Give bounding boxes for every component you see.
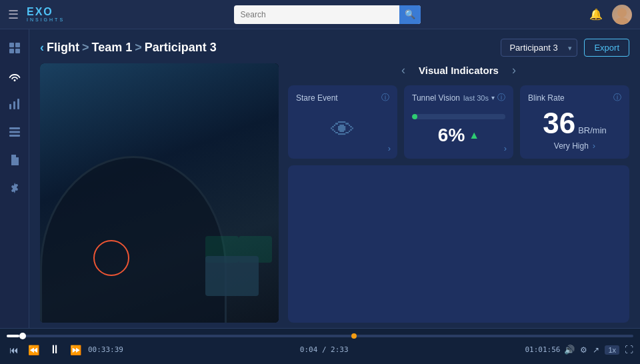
tunnel-info-icon[interactable]: ⓘ (497, 92, 505, 103)
logo-insights: INSIGHTS (27, 17, 65, 22)
svg-rect-9 (9, 127, 20, 129)
stare-info-icon[interactable]: ⓘ (381, 92, 389, 103)
vi-header: ‹ Visual Indicators › (288, 63, 629, 77)
blink-card-header: Blink Rate ⓘ (528, 92, 621, 103)
search-button[interactable]: 🔍 (399, 5, 421, 24)
rewind-button[interactable]: ⏪ (25, 343, 42, 357)
share-icon[interactable]: ↗ (593, 345, 599, 355)
breadcrumb: ‹ Flight > Team 1 > Participant 3 (40, 41, 217, 55)
svg-rect-7 (13, 101, 15, 109)
progress-marker (351, 333, 357, 339)
circle-target (93, 240, 129, 276)
play-pause-button[interactable]: ⏸ (46, 341, 63, 358)
fullscreen-icon[interactable]: ⛶ (625, 345, 633, 355)
svg-rect-12 (13, 160, 17, 161)
sidebar-icon-wifi[interactable] (4, 65, 25, 87)
sidebar-icon-list[interactable] (4, 121, 25, 143)
eye-icon: 👁 (331, 116, 355, 144)
svg-point-1 (615, 17, 629, 25)
fast-forward-button[interactable]: ⏩ (67, 343, 84, 357)
instrument-3 (205, 256, 259, 296)
tunnel-header-right: last 30s ▾ ⓘ (463, 92, 505, 103)
sidebar-icon-document[interactable] (4, 149, 25, 171)
sidebar-icon-chart[interactable] (4, 93, 25, 115)
app-logo: EXO INSIGHTS (27, 7, 65, 22)
blink-card-body: 36 BR/min Very High › (528, 107, 621, 152)
svg-rect-6 (9, 104, 11, 109)
speed-badge[interactable]: 1x (605, 345, 619, 355)
search-input[interactable] (234, 10, 399, 19)
vi-title: Visual Indicators (419, 65, 499, 76)
blink-unit: BR/min (578, 125, 607, 135)
svg-rect-13 (13, 162, 15, 163)
time-right: 01:01:56 (525, 345, 560, 354)
breadcrumb-right: Participant 1 Participant 2 Participant … (501, 39, 629, 57)
logo-exo: EXO (27, 7, 65, 17)
vi-prev-button[interactable]: ‹ (401, 63, 405, 77)
skip-back-button[interactable]: ⏮ (7, 343, 21, 357)
tunnel-dropdown-icon[interactable]: ▾ (491, 94, 495, 101)
tunnel-trend-icon: ▲ (469, 129, 479, 141)
blink-info-icon[interactable]: ⓘ (613, 92, 621, 103)
export-button[interactable]: Export (584, 39, 629, 57)
bell-icon[interactable]: 🔔 (589, 8, 603, 21)
back-arrow[interactable]: ‹ (40, 41, 44, 55)
progress-track[interactable] (7, 335, 633, 337)
participant-select-wrap: Participant 1 Participant 2 Participant … (501, 39, 577, 57)
blink-value-row: 36 BR/min (543, 109, 607, 138)
svg-rect-3 (15, 43, 20, 47)
sidebar (0, 29, 29, 328)
stare-event-card: Stare Event ⓘ 👁 › (288, 85, 397, 159)
settings-icon[interactable]: ⚙ (580, 345, 587, 355)
cards-row: Stare Event ⓘ 👁 › Tunnel Vision (288, 85, 629, 159)
controls-right: 🔊 ⚙ ↗ 1x ⛶ (564, 345, 633, 355)
tunnel-card-body: 6% ▲ (412, 107, 505, 152)
blink-label: Very High (554, 141, 589, 151)
breadcrumb-participant: Participant 3 (145, 41, 217, 55)
player-bar: ⏮ ⏪ ⏸ ⏩ 00:33:39 0:04 / 2:33 01:01:56 🔊 … (0, 328, 640, 364)
svg-rect-2 (9, 43, 14, 47)
svg-rect-5 (15, 49, 20, 53)
blink-chevron[interactable]: › (593, 141, 595, 151)
large-data-panel (288, 165, 629, 323)
video-frame (40, 63, 279, 323)
vi-next-button[interactable]: › (512, 63, 516, 77)
stare-chevron[interactable]: › (388, 143, 391, 153)
breadcrumb-sep2: > (135, 41, 142, 55)
blink-card-title: Blink Rate (528, 93, 565, 103)
stare-card-header: Stare Event ⓘ (296, 92, 389, 103)
participant-select[interactable]: Participant 1 Participant 2 Participant … (501, 39, 577, 57)
tunnel-card-title: Tunnel Vision (412, 93, 460, 103)
progress-thumb[interactable] (19, 333, 26, 339)
current-time: 0:04 / 2:33 (300, 345, 349, 354)
search-wrap: 🔍 (78, 5, 576, 24)
sidebar-icon-grid[interactable] (4, 37, 25, 59)
svg-rect-10 (9, 131, 20, 133)
right-panel: ‹ Visual Indicators › Stare Event ⓘ 👁 (288, 63, 629, 323)
avatar[interactable] (612, 5, 632, 25)
hamburger-icon[interactable]: ☰ (8, 7, 19, 22)
svg-rect-4 (9, 49, 14, 53)
svg-rect-11 (9, 135, 20, 137)
tunnel-progress-fill (412, 114, 417, 119)
tunnel-chevron[interactable]: › (504, 143, 507, 153)
breadcrumb-flight: Flight (47, 41, 79, 55)
blink-rate-card: Blink Rate ⓘ 36 BR/min Very High › (520, 85, 629, 159)
controls-row: ⏮ ⏪ ⏸ ⏩ 00:33:39 0:04 / 2:33 01:01:56 🔊 … (7, 341, 633, 358)
progress-fill (7, 335, 19, 337)
tunnel-progress-bar (412, 114, 505, 119)
content-area: ‹ Flight > Team 1 > Participant 3 Partic… (29, 29, 640, 328)
main-layout: ‹ Flight > Team 1 > Participant 3 Partic… (0, 29, 640, 328)
middle-area: ‹ Visual Indicators › Stare Event ⓘ 👁 (40, 63, 629, 323)
tunnel-percent: 6% (438, 125, 465, 146)
stare-card-title: Stare Event (296, 93, 338, 103)
tunnel-vision-card: Tunnel Vision last 30s ▾ ⓘ (404, 85, 513, 159)
time-left: 00:33:39 (88, 345, 123, 354)
breadcrumb-team: Team 1 (92, 41, 133, 55)
breadcrumb-bar: ‹ Flight > Team 1 > Participant 3 Partic… (40, 39, 629, 57)
blink-label-row: Very High › (554, 141, 595, 151)
sidebar-icon-settings[interactable] (4, 177, 25, 199)
nav-right: 🔔 (589, 5, 632, 25)
volume-icon[interactable]: 🔊 (564, 345, 575, 355)
tunnel-time-label: last 30s (463, 94, 489, 102)
